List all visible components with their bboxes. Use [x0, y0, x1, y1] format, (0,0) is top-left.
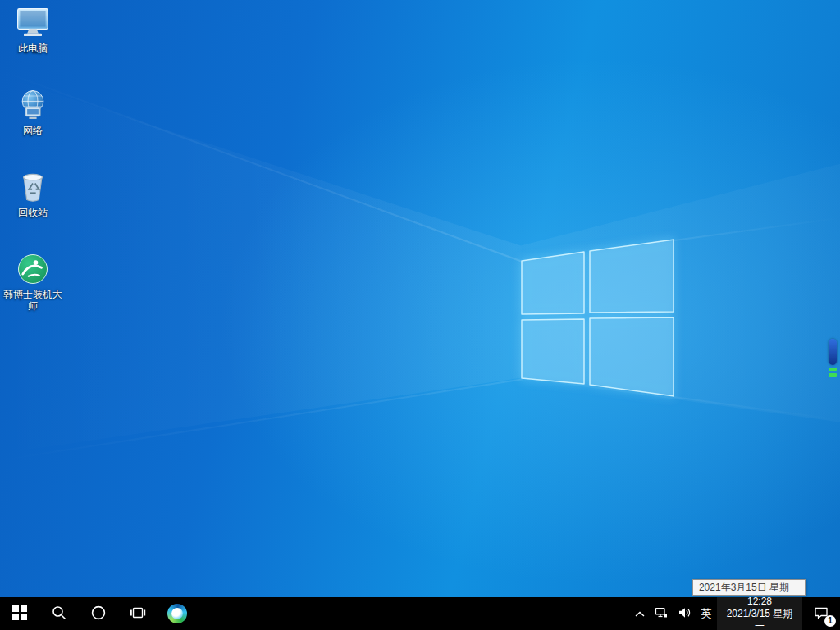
light-streak [0, 70, 523, 262]
speaker-icon [678, 607, 691, 621]
desktop-icon-label: 回收站 [18, 207, 48, 218]
edge-button[interactable] [158, 597, 197, 630]
light-ray [0, 0, 840, 630]
clock-tooltip-text: 2021年3月15日 星期一 [699, 582, 799, 593]
desktop-icon-hanboshi[interactable]: 韩博士装机大师 [2, 251, 64, 312]
taskbar: 英 12:28 2021/3/15 星期一 1 [0, 597, 840, 630]
light-ray [0, 0, 840, 630]
desktop-icon-label: 网络 [23, 125, 43, 136]
action-center-button[interactable]: 1 [802, 597, 840, 630]
task-view-button[interactable] [118, 597, 158, 630]
indicator-track [829, 339, 837, 365]
light-streak [674, 217, 840, 241]
light-streak [0, 378, 523, 461]
windows-logo-wallpaper [517, 235, 674, 399]
network-tray-button[interactable] [650, 597, 673, 630]
volume-level-indicator[interactable] [827, 339, 838, 386]
clock-time: 12:28 [747, 596, 772, 608]
chevron-up-icon [635, 608, 645, 620]
edge-browser-icon [167, 604, 187, 623]
desktop-icon-label: 韩博士装机大师 [2, 289, 64, 312]
desktop-icon-list: 此电脑 网络 [2, 5, 64, 312]
indicator-segment [829, 368, 837, 371]
windows-desktop: 此电脑 网络 [0, 0, 840, 630]
notification-badge: 1 [824, 615, 836, 627]
task-view-icon [130, 605, 146, 623]
system-tray: 英 12:28 2021/3/15 星期一 1 [630, 597, 840, 630]
hanboshi-green-icon [14, 251, 52, 287]
cortana-button[interactable] [79, 597, 118, 630]
indicator-segment [829, 373, 837, 377]
windows-start-icon [12, 605, 27, 623]
recycle-bin-icon [14, 169, 52, 205]
ime-indicator[interactable]: 英 [696, 597, 717, 630]
start-button[interactable] [0, 597, 39, 630]
search-button[interactable] [39, 597, 79, 630]
desktop-icon-this-pc[interactable]: 此电脑 [2, 5, 64, 54]
computer-icon [14, 5, 52, 41]
wallpaper [0, 0, 840, 630]
cortana-circle-icon [91, 605, 106, 623]
desktop-icon-network[interactable]: 网络 [2, 87, 64, 136]
tray-overflow-chevron[interactable] [630, 597, 650, 630]
desktop-icon-recycle-bin[interactable]: 回收站 [2, 169, 64, 218]
search-icon [52, 605, 66, 623]
network-tray-icon [655, 607, 668, 621]
light-streak [674, 396, 840, 421]
tray-clock[interactable]: 12:28 2021/3/15 星期一 [717, 597, 802, 630]
network-globe-icon [14, 87, 52, 123]
clock-date: 2021/3/15 星期一 [722, 608, 797, 630]
volume-tray-button[interactable] [673, 597, 696, 630]
desktop-icon-label: 此电脑 [18, 43, 48, 54]
clock-tooltip: 2021年3月15日 星期一 [692, 579, 806, 596]
taskbar-left [0, 597, 197, 630]
